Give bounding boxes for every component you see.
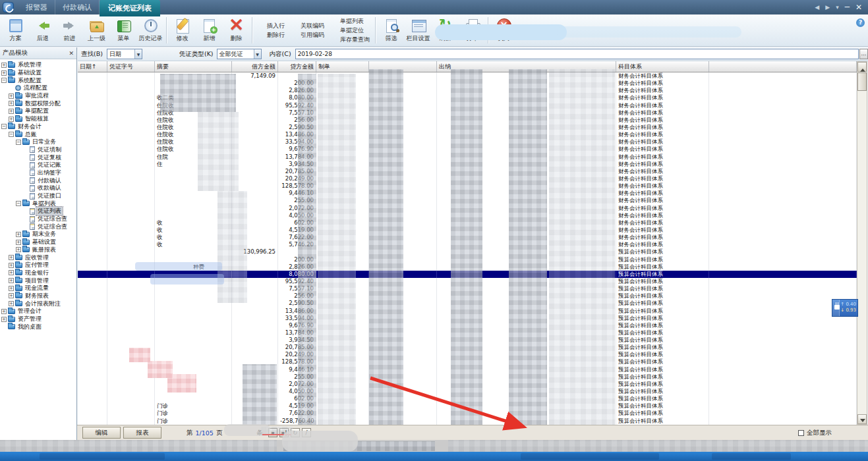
scroll-up-icon[interactable] bbox=[857, 62, 867, 72]
tree-item[interactable]: −财务会计 bbox=[0, 123, 77, 131]
tree-item[interactable]: 凭证填制 bbox=[0, 146, 77, 154]
scroll-down-icon[interactable] bbox=[857, 414, 867, 424]
taskbar[interactable] bbox=[0, 452, 868, 461]
tree-expander-icon[interactable]: + bbox=[16, 247, 21, 252]
tree-expander-icon[interactable]: − bbox=[9, 132, 14, 137]
tab-report[interactable]: 报表 bbox=[123, 427, 161, 439]
sidebar-close-icon[interactable]: ✕ bbox=[69, 50, 74, 57]
tree-expander-icon[interactable]: + bbox=[16, 240, 21, 245]
toolbar-filter-button[interactable]: 筛选 bbox=[378, 16, 405, 45]
more-button[interactable]: … bbox=[859, 49, 868, 59]
tree-item[interactable]: +会计报表附注 bbox=[0, 300, 77, 308]
tree-item[interactable]: 收款确认 bbox=[0, 184, 77, 192]
tree-item[interactable]: +财务报表 bbox=[0, 292, 77, 300]
toolbar-delete-row-button[interactable]: 删除行 bbox=[256, 31, 286, 40]
tab-edit[interactable]: 编辑 bbox=[82, 427, 121, 439]
toolbar-insert-row-button[interactable]: 插入行 bbox=[256, 22, 286, 30]
taskbar-item[interactable] bbox=[521, 453, 659, 460]
column-header[interactable]: 摘要 bbox=[155, 61, 232, 72]
tree-item[interactable]: +应收管理 bbox=[0, 254, 77, 261]
toolbar-forward-button[interactable]: 前进 bbox=[56, 16, 83, 45]
column-header[interactable]: 科目体系 bbox=[616, 61, 709, 72]
tree-expander-icon[interactable]: + bbox=[1, 317, 7, 322]
tree-item[interactable]: 凭证复核 bbox=[0, 153, 77, 161]
tree-item[interactable]: +基础设置 bbox=[0, 238, 77, 246]
titlebar-tab[interactable]: 记账凭证列表 bbox=[100, 0, 160, 16]
tree-item[interactable]: 凭证列表 bbox=[0, 207, 77, 215]
tree-item[interactable]: +应付管理 bbox=[0, 261, 77, 269]
column-header[interactable]: 凭证字号 bbox=[107, 61, 155, 72]
tree-expander-icon[interactable]: + bbox=[9, 255, 14, 260]
tree-item[interactable]: −单据列表 bbox=[0, 200, 77, 207]
minimize-button[interactable]: ─ bbox=[845, 3, 850, 12]
tree-expander-icon[interactable]: + bbox=[9, 301, 14, 306]
tree-expander-icon[interactable]: − bbox=[1, 124, 7, 129]
toolbar-delete-button[interactable]: 删除 bbox=[223, 16, 250, 45]
tree-item[interactable]: +项目管理 bbox=[0, 277, 77, 285]
titlebar-tab[interactable]: 报警器 bbox=[18, 0, 55, 15]
column-header[interactable] bbox=[709, 61, 857, 72]
tree-expander-icon[interactable]: + bbox=[9, 117, 14, 122]
tree-item[interactable]: +期末业务 bbox=[0, 230, 77, 238]
tree-item[interactable]: +基础设置 bbox=[0, 69, 77, 77]
column-header[interactable]: 制单 bbox=[316, 61, 369, 72]
tree-expander-icon[interactable]: − bbox=[16, 201, 21, 206]
tree-item[interactable]: +智能核算 bbox=[0, 115, 77, 123]
column-header[interactable]: 贷方金额 bbox=[278, 61, 316, 72]
tab-scroll-right-icon[interactable]: ▶ bbox=[825, 4, 830, 11]
toolbar-modify-button[interactable]: 修改 bbox=[169, 16, 196, 45]
toolbar-ref-code-button[interactable]: 引用编码 bbox=[290, 31, 326, 40]
tree-item[interactable]: 付款确认 bbox=[0, 176, 77, 184]
taskbar-item[interactable] bbox=[40, 453, 165, 460]
tree-item[interactable]: +资产管理 bbox=[0, 315, 77, 323]
toolbar-scheme-button[interactable]: 方案 bbox=[2, 16, 29, 45]
toolbar-columns-button[interactable]: 栏目设置 bbox=[405, 16, 432, 45]
tree-item[interactable]: −系统配置 bbox=[0, 76, 77, 84]
tree-item[interactable]: +系统管理 bbox=[0, 61, 77, 69]
titlebar-tab[interactable]: 付款确认 bbox=[55, 0, 100, 15]
tree-expander-icon[interactable]: + bbox=[1, 63, 7, 68]
tree-expander-icon[interactable]: + bbox=[9, 270, 14, 275]
tree-item[interactable]: +管理会计 bbox=[0, 308, 77, 315]
find-field-select[interactable]: 日期 ▼ bbox=[107, 49, 142, 59]
tree-item[interactable]: +单据配置 bbox=[0, 107, 77, 115]
taskbar-item[interactable] bbox=[712, 453, 791, 460]
toolbar-history-button[interactable]: 历史记录 bbox=[137, 16, 164, 45]
content-input[interactable]: 2019-02-28 bbox=[295, 49, 859, 59]
tree-expander-icon[interactable]: + bbox=[1, 70, 7, 76]
network-speed-widget[interactable]: ↑ 0.40 ↓ 0.93 bbox=[832, 299, 858, 317]
tree-item[interactable]: 凭证综合查 bbox=[0, 223, 77, 230]
close-window-button[interactable]: ✕ bbox=[855, 3, 862, 12]
tree-item[interactable]: +数据权限分配 bbox=[0, 99, 77, 107]
tree-item[interactable]: 流程配置 bbox=[0, 84, 77, 92]
tab-scroll-left-icon[interactable]: ◀ bbox=[815, 4, 819, 11]
tree-item[interactable]: +审批流程 bbox=[0, 92, 77, 100]
tab-list-dropdown-icon[interactable]: ▾ bbox=[836, 4, 839, 11]
voucher-type-select[interactable]: 全部凭证 ▼ bbox=[217, 49, 262, 59]
help-icon[interactable]: ? bbox=[856, 18, 865, 27]
tree-expander-icon[interactable]: + bbox=[9, 286, 14, 291]
scrollbar-thumb[interactable] bbox=[857, 72, 867, 91]
tree-expander-icon[interactable]: + bbox=[9, 94, 14, 99]
checkbox-icon[interactable] bbox=[798, 430, 804, 436]
tree-item[interactable]: +现金银行 bbox=[0, 269, 77, 277]
vertical-scrollbar[interactable] bbox=[857, 61, 867, 425]
tree-expander-icon[interactable]: − bbox=[1, 78, 7, 83]
tree-item[interactable]: 我的桌面 bbox=[0, 323, 77, 331]
tree-item[interactable]: 出纳签字 bbox=[0, 169, 77, 177]
tree-expander-icon[interactable]: + bbox=[9, 263, 14, 268]
tree-expander-icon[interactable]: + bbox=[9, 101, 14, 106]
toolbar-new-button[interactable]: 新增 bbox=[196, 16, 223, 45]
toolbar-menu-button[interactable]: 菜单 bbox=[110, 16, 137, 45]
tree-expander-icon[interactable]: + bbox=[1, 309, 7, 314]
toolbar-doc-list-button[interactable]: 单据列表 bbox=[330, 17, 371, 26]
column-header[interactable]: 借方金额 bbox=[232, 61, 278, 72]
toolbar-doc-locate-button[interactable]: 单据定位 bbox=[330, 26, 371, 35]
toolbar-uplevel-button[interactable]: 上一级 bbox=[83, 16, 110, 45]
tree-item[interactable]: +账册报表 bbox=[0, 246, 77, 254]
tree-item[interactable]: −日常业务 bbox=[0, 138, 77, 146]
tree-item[interactable]: 凭证综合查 bbox=[0, 215, 77, 223]
show-all-checkbox[interactable]: 全部显示 bbox=[798, 429, 832, 437]
tree-item[interactable]: 凭证接口 bbox=[0, 192, 77, 200]
tree-item[interactable]: 凭证记账 bbox=[0, 161, 77, 169]
